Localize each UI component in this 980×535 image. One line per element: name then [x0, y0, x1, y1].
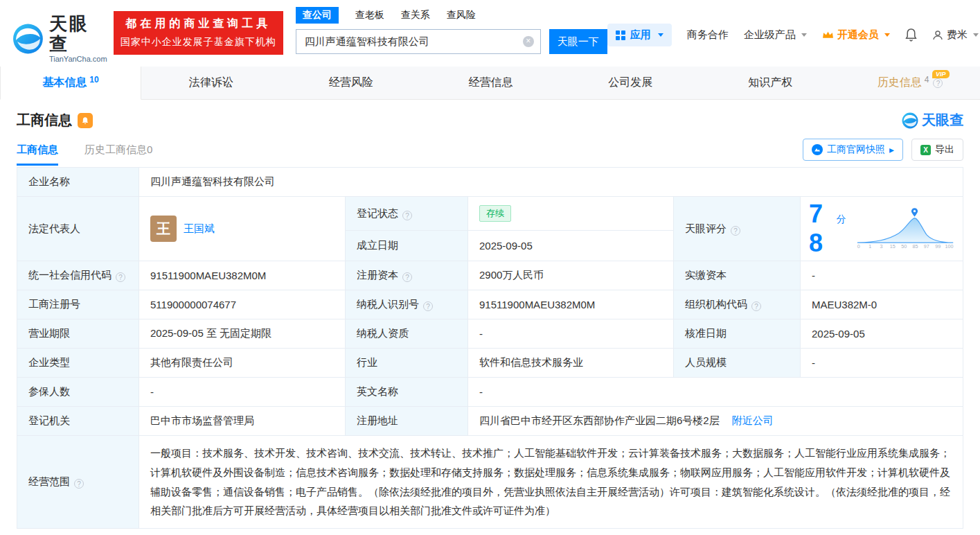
score-value: 78 分 0 1 3 [801, 197, 963, 261]
clear-icon[interactable] [523, 36, 534, 47]
nav-tab-legal[interactable]: 法律诉讼 [141, 67, 281, 100]
legal-rep-value: 王 王国斌 [139, 197, 346, 261]
info-icon[interactable] [116, 272, 125, 282]
row-reg-number: 工商注册号 511900000074677 纳税人识别号 91511900MAE… [17, 290, 963, 319]
apps-menu[interactable]: 应用 [607, 24, 672, 46]
official-snapshot-button[interactable]: 工商官网快照 [803, 139, 903, 161]
info-icon[interactable] [933, 78, 943, 88]
user-menu[interactable]: 费米 [932, 28, 979, 42]
menu-business-cooperation[interactable]: 商务合作 [687, 28, 729, 42]
subtab-label: 历史工商信息0 [84, 143, 152, 157]
search-tab-relation[interactable]: 查关系 [401, 9, 430, 21]
nav-tab-label: 法律诉讼 [189, 76, 233, 90]
nav-tab-label: 经营风险 [329, 76, 373, 90]
approval-date-value: 2025-09-05 [801, 319, 963, 349]
brand-domain: TianYanCha.com [49, 55, 108, 63]
promo-line2: 国家中小企业发展子基金旗下机构 [121, 36, 276, 49]
info-icon[interactable] [402, 211, 412, 220]
legal-rep-avatar[interactable]: 王 [150, 216, 177, 242]
menu-enterprise-products[interactable]: 企业级产品 [744, 28, 807, 42]
address-value: 四川省巴中市经开区东西部协作产业园二期6号楼2层 附近公司 [468, 407, 963, 436]
row-business-term: 营业期限 2025-09-05 至 无固定期限 纳税人资质 - 核准日期 202… [17, 319, 963, 349]
registry-value: 巴中市市场监督管理局 [139, 407, 346, 436]
location-pin-icon [911, 208, 918, 216]
nav-tab-operation-risk[interactable]: 经营风险 [281, 67, 421, 100]
industry-value: 软件和信息技术服务业 [468, 349, 674, 378]
business-term-value: 2025-09-05 至 无固定期限 [139, 319, 346, 349]
nav-tab-company-development[interactable]: 公司发展 [560, 67, 700, 100]
row-business-scope: 经营范围 一般项目：技术服务、技术开发、技术咨询、技术交流、技术转让、技术推广；… [17, 436, 963, 529]
taxpayer-quality-label: 纳税人资质 [346, 319, 468, 349]
business-info-table: 企业名称 四川声通蕴智科技有限公司 法定代表人 王 王国斌 登记状态 存续 天眼… [17, 167, 963, 529]
subtab-row: 工商信息 历史工商信息0 工商官网快照 导出 [0, 134, 980, 166]
snapshot-icon [812, 144, 823, 155]
info-icon[interactable] [74, 479, 84, 489]
company-nav-tabs: 基本信息 10 法律诉讼 经营风险 经营信息 公司发展 知识产权 VIP 历史信… [0, 67, 980, 100]
taxpayer-quality-value: - [468, 319, 674, 349]
info-icon[interactable] [731, 226, 740, 236]
button-label: 工商官网快照 [827, 143, 885, 156]
taxpayer-id-label: 纳税人识别号 [346, 290, 468, 319]
row-credit-code: 统一社会信用代码 91511900MAEU382M0M 注册资本 2900万人民… [17, 261, 963, 290]
search-button[interactable]: 天眼一下 [549, 29, 607, 54]
org-code-value: MAEU382M-0 [801, 290, 963, 319]
apps-grid-icon [616, 30, 625, 40]
info-icon[interactable] [402, 272, 412, 282]
english-name-label: 英文名称 [346, 378, 468, 407]
svg-text:50: 50 [901, 243, 907, 249]
apps-label: 应用 [630, 28, 651, 42]
tianyan-score: 78 分 0 1 3 [809, 200, 954, 258]
search-tab-boss[interactable]: 查老板 [355, 9, 384, 21]
nav-tab-label: 历史信息 [877, 76, 922, 90]
chevron-down-icon [884, 33, 890, 37]
user-icon [932, 30, 943, 41]
nav-tab-basic-info[interactable]: 基本信息 10 [0, 67, 141, 100]
tianyancha-logo[interactable]: 天眼查 TianYanCha.com [12, 14, 108, 63]
nearby-companies-link[interactable]: 附近公司 [732, 414, 774, 426]
row-company-type: 企业类型 其他有限责任公司 行业 软件和信息技术服务业 人员规模 - [17, 349, 963, 378]
nav-tab-label: 经营信息 [469, 76, 513, 90]
export-button[interactable]: 导出 [911, 139, 963, 161]
insured-count-value: - [139, 378, 346, 407]
reg-number-value: 511900000074677 [139, 290, 346, 319]
menu-open-vip[interactable]: 开通会员 [822, 28, 890, 42]
paid-capital-label: 实缴资本 [674, 261, 801, 290]
nav-tab-history-info[interactable]: VIP 历史信息 4 [840, 67, 980, 100]
nav-tab-intellectual-property[interactable]: 知识产权 [700, 67, 840, 100]
promo-line1: 都在用的商业查询工具 [121, 17, 276, 31]
nav-tab-label: 知识产权 [748, 76, 792, 90]
reg-capital-label: 注册资本 [346, 261, 468, 290]
crown-icon [822, 30, 834, 40]
credit-code-value: 91511900MAEU382M0M [139, 261, 346, 290]
info-icon[interactable] [423, 301, 433, 311]
english-name-value: - [468, 378, 963, 407]
industry-label: 行业 [346, 349, 468, 378]
subtab-history-business-info[interactable]: 历史工商信息0 [84, 134, 152, 166]
watermark-logo: 天眼查 [902, 111, 963, 130]
taxpayer-id-value: 91511900MAEU382M0M [468, 290, 674, 319]
svg-text:97: 97 [924, 243, 929, 249]
nav-tab-count: 4 [925, 75, 929, 85]
search-tab-risk[interactable]: 查风险 [447, 9, 476, 21]
notification-bell[interactable] [905, 28, 917, 42]
legal-rep-link[interactable]: 王国斌 [184, 222, 215, 236]
bell-icon [905, 28, 917, 42]
svg-text:85: 85 [912, 243, 918, 249]
menu-label: 商务合作 [687, 28, 729, 42]
registry-label: 登记机关 [17, 407, 139, 436]
reg-status-label: 登记状态 [346, 197, 468, 231]
excel-icon [920, 145, 931, 155]
watermark-text: 天眼查 [922, 111, 963, 130]
paid-capital-value: - [801, 261, 963, 290]
subtab-business-info[interactable]: 工商信息 [17, 134, 58, 166]
info-icon[interactable] [751, 301, 761, 311]
nav-tab-operation-info[interactable]: 经营信息 [421, 67, 561, 100]
search-input[interactable] [296, 29, 541, 54]
company-type-value: 其他有限责任公司 [139, 349, 346, 378]
nav-tab-label: 公司发展 [608, 76, 652, 90]
svg-text:99: 99 [935, 243, 941, 249]
monitor-bell-icon[interactable] [78, 113, 93, 128]
search-tab-company[interactable]: 查公司 [296, 7, 339, 24]
svg-text:3: 3 [880, 243, 882, 249]
nav-tab-label: 基本信息 [42, 76, 87, 90]
